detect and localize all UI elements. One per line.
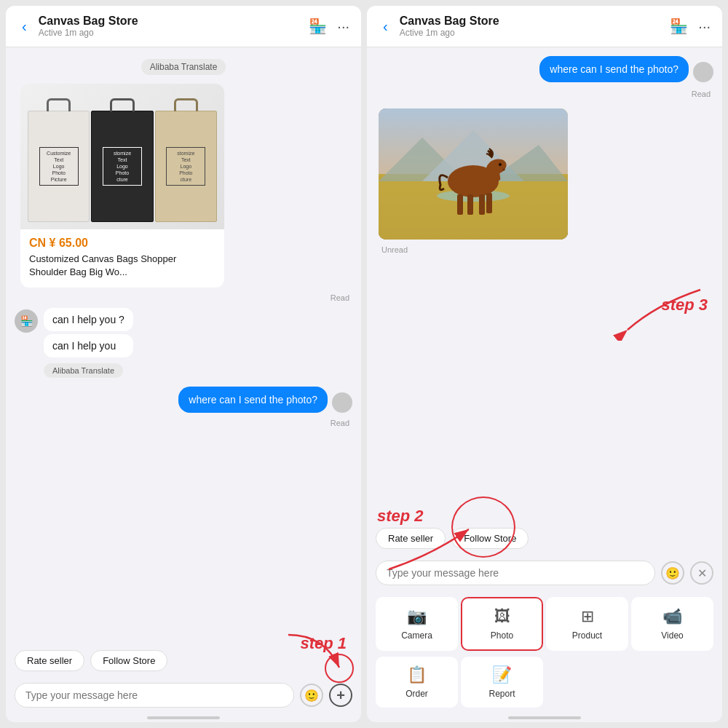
left-panel: ‹ Canvas Bag Store Active 1m ago 🏪 ··· A… <box>6 6 361 722</box>
right-order-button[interactable]: 📋 Order <box>376 657 458 708</box>
right-photo-button[interactable]: 🖼 Photo <box>461 597 543 651</box>
right-input-row: 🙂 ✕ <box>367 555 722 591</box>
left-bot-bubble-2: can I help you <box>44 334 133 357</box>
right-store-status: Active 1m ago <box>400 28 663 38</box>
right-unread-label: Unread <box>381 245 408 254</box>
svg-point-13 <box>499 163 502 166</box>
left-product-price: CN ¥ 65.00 <box>29 237 215 250</box>
left-back-button[interactable]: ‹ <box>17 17 31 36</box>
right-video-button[interactable]: 📹 Video <box>631 597 713 651</box>
left-more-icon[interactable]: ··· <box>337 18 349 35</box>
left-bot-avatar: 🏪 <box>15 309 38 333</box>
right-step2-label: step 2 <box>377 507 424 526</box>
bag-beige-handle <box>174 98 198 111</box>
video-label: Video <box>661 630 683 641</box>
photo-label: Photo <box>491 630 513 641</box>
left-read-label-1: Read <box>331 293 349 302</box>
order-icon: 📋 <box>407 665 427 684</box>
left-store-icon[interactable]: 🏪 <box>309 17 327 35</box>
order-label: Order <box>405 689 428 699</box>
left-store-name: Canvas Bag Store <box>39 15 302 28</box>
right-scroll-bar <box>508 716 581 719</box>
bags-illustration: CustomizeTextLogoPhotoPicture stomizeTex… <box>20 84 224 229</box>
left-header-info: Canvas Bag Store Active 1m ago <box>39 15 302 38</box>
svg-rect-10 <box>467 194 473 215</box>
right-message-input[interactable] <box>376 561 655 585</box>
left-step1-label: step 1 <box>300 634 347 653</box>
right-user-row: where can I send the photo? <box>376 56 713 82</box>
svg-rect-11 <box>479 194 485 215</box>
right-report-button[interactable]: 📝 Report <box>461 657 543 708</box>
right-emoji-button[interactable]: 🙂 <box>661 561 684 585</box>
left-plus-button[interactable]: + <box>329 684 352 707</box>
right-close-button[interactable]: ✕ <box>690 561 713 585</box>
left-product-title: Customized Canvas Bags Shopper Shoulder … <box>29 253 215 279</box>
left-translate-badge-1: Alibaba Translate <box>141 59 226 75</box>
bag-white-label: CustomizeTextLogoPhotoPicture <box>39 147 79 186</box>
photo-icon: 🖼 <box>494 607 510 626</box>
left-header-icons: 🏪 ··· <box>309 17 349 35</box>
right-user-avatar <box>693 62 713 82</box>
left-chat-area: Alibaba Translate CustomizeTextLogoPhoto… <box>6 47 361 644</box>
right-header-icons: 🏪 ··· <box>670 17 711 35</box>
bag-beige-label: stomizeTextLogoPhotocture <box>166 147 205 186</box>
right-toolbar-row1: 📷 Camera 🖼 Photo ⊞ Product 📹 Video <box>367 591 722 657</box>
svg-point-14 <box>503 169 505 171</box>
left-store-status: Active 1m ago <box>39 28 302 38</box>
right-horse-image <box>379 108 568 240</box>
bag-beige: stomizeTextLogoPhotocture <box>155 111 217 222</box>
camera-icon: 📷 <box>407 607 427 626</box>
right-more-icon[interactable]: ··· <box>698 18 711 35</box>
left-message-input[interactable] <box>15 683 294 708</box>
left-product-info: CN ¥ 65.00 Customized Canvas Bags Shoppe… <box>20 229 224 288</box>
left-read-label-2: Read <box>331 419 349 427</box>
video-icon: 📹 <box>662 607 682 626</box>
right-step3-label: step 3 <box>661 296 708 314</box>
left-follow-store-button[interactable]: Follow Store <box>90 650 167 671</box>
report-label: Report <box>488 689 515 699</box>
right-store-name: Canvas Bag Store <box>400 15 663 28</box>
camera-label: Camera <box>401 630 432 641</box>
right-product-button[interactable]: ⊞ Product <box>546 597 628 651</box>
right-rate-seller-button[interactable]: Rate seller <box>376 528 446 549</box>
report-icon: 📝 <box>492 665 512 684</box>
right-panel: ‹ Canvas Bag Store Active 1m ago 🏪 ··· w… <box>367 6 722 722</box>
right-read-label: Read <box>692 90 711 98</box>
svg-rect-9 <box>457 194 463 215</box>
bag-black-label: stomizeTextLogoPhotocture <box>103 147 142 186</box>
bag-white: CustomizeTextLogoPhotoPicture <box>28 111 90 222</box>
left-bot-row: 🏪 can I help you ? can I help you Alibab… <box>15 308 352 381</box>
right-header: ‹ Canvas Bag Store Active 1m ago 🏪 ··· <box>367 6 722 47</box>
left-product-card[interactable]: CustomizeTextLogoPhotoPicture stomizeTex… <box>20 84 224 288</box>
left-scroll-bar <box>147 716 220 719</box>
bag-black-handle <box>110 98 134 111</box>
bag-white-handle <box>47 98 71 111</box>
left-user-avatar <box>332 392 352 413</box>
right-back-button[interactable]: ‹ <box>379 17 392 36</box>
bag-black: stomizeTextLogoPhotocture <box>91 111 153 222</box>
left-header: ‹ Canvas Bag Store Active 1m ago 🏪 ··· <box>6 6 361 47</box>
left-product-image: CustomizeTextLogoPhotoPicture stomizeTex… <box>20 84 224 229</box>
left-user-bubble: where can I send the photo? <box>178 387 328 413</box>
right-store-icon[interactable]: 🏪 <box>670 17 688 35</box>
svg-rect-12 <box>486 193 492 213</box>
left-user-row: where can I send the photo? <box>15 387 352 413</box>
right-toolbar-row2: 📋 Order 📝 Report <box>367 657 722 713</box>
horse-svg <box>379 108 568 240</box>
left-bot-messages: can I help you ? can I help you Alibaba … <box>44 308 133 381</box>
right-camera-button[interactable]: 📷 Camera <box>376 597 458 651</box>
product-label: Product <box>572 630 602 641</box>
left-bot-bubble-1: can I help you ? <box>44 308 133 331</box>
right-follow-store-button[interactable]: Follow Store <box>451 528 529 549</box>
left-emoji-button[interactable]: 🙂 <box>300 684 323 707</box>
left-rate-seller-button[interactable]: Rate seller <box>15 650 84 671</box>
right-chat-area: where can I send the photo? Read <box>367 47 722 522</box>
right-user-bubble: where can I send the photo? <box>539 56 689 82</box>
product-icon: ⊞ <box>581 607 594 626</box>
left-translate-badge-2: Alibaba Translate <box>44 363 123 378</box>
right-action-row: Rate seller Follow Store <box>367 522 722 555</box>
right-header-info: Canvas Bag Store Active 1m ago <box>400 15 663 38</box>
left-input-row: 🙂 + <box>6 677 361 713</box>
